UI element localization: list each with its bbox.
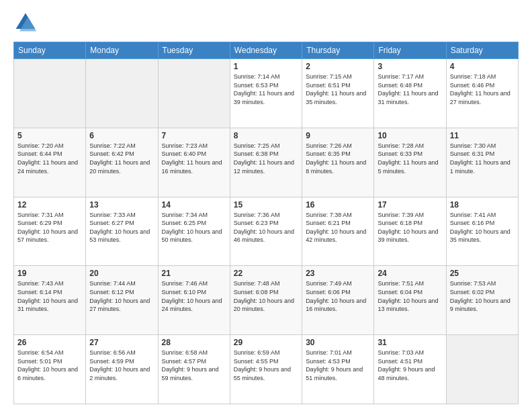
day-number: 13: [89, 200, 154, 210]
day-number: 21: [162, 269, 226, 278]
day-cell: 2Sunrise: 7:15 AM Sunset: 6:51 PM Daylig…: [302, 59, 374, 128]
day-info: Sunrise: 7:20 AM Sunset: 6:44 PM Dayligh…: [17, 142, 82, 175]
day-number: 20: [89, 269, 154, 278]
day-info: Sunrise: 7:34 AM Sunset: 6:25 PM Dayligh…: [162, 211, 226, 244]
day-cell: [158, 59, 230, 128]
day-cell: [14, 59, 86, 128]
day-info: Sunrise: 7:15 AM Sunset: 6:51 PM Dayligh…: [306, 73, 370, 106]
day-number: 8: [234, 131, 298, 140]
day-info: Sunrise: 7:03 AM Sunset: 4:51 PM Dayligh…: [378, 349, 442, 382]
day-cell: 17Sunrise: 7:39 AM Sunset: 6:18 PM Dayli…: [374, 197, 446, 266]
day-number: 11: [450, 131, 515, 140]
day-cell: 12Sunrise: 7:31 AM Sunset: 6:29 PM Dayli…: [14, 197, 86, 266]
day-number: 29: [234, 338, 298, 347]
day-info: Sunrise: 7:17 AM Sunset: 6:48 PM Dayligh…: [378, 73, 442, 106]
day-cell: 29Sunrise: 6:59 AM Sunset: 4:55 PM Dayli…: [230, 335, 302, 404]
day-info: Sunrise: 7:33 AM Sunset: 6:27 PM Dayligh…: [89, 211, 154, 244]
day-info: Sunrise: 7:36 AM Sunset: 6:23 PM Dayligh…: [234, 211, 298, 244]
day-number: 23: [306, 269, 370, 278]
day-cell: 8Sunrise: 7:25 AM Sunset: 6:38 PM Daylig…: [230, 128, 302, 197]
day-cell: 5Sunrise: 7:20 AM Sunset: 6:44 PM Daylig…: [14, 128, 86, 197]
day-cell: 20Sunrise: 7:44 AM Sunset: 6:12 PM Dayli…: [86, 266, 158, 335]
day-info: Sunrise: 7:23 AM Sunset: 6:40 PM Dayligh…: [162, 142, 226, 175]
day-info: Sunrise: 6:56 AM Sunset: 4:59 PM Dayligh…: [89, 349, 154, 382]
week-row-0: 1Sunrise: 7:14 AM Sunset: 6:53 PM Daylig…: [14, 59, 519, 128]
day-info: Sunrise: 7:30 AM Sunset: 6:31 PM Dayligh…: [450, 142, 515, 175]
day-cell: [86, 59, 158, 128]
day-cell: 22Sunrise: 7:48 AM Sunset: 6:08 PM Dayli…: [230, 266, 302, 335]
day-info: Sunrise: 7:22 AM Sunset: 6:42 PM Dayligh…: [89, 142, 154, 175]
day-cell: 16Sunrise: 7:38 AM Sunset: 6:21 PM Dayli…: [302, 197, 374, 266]
day-cell: 10Sunrise: 7:28 AM Sunset: 6:33 PM Dayli…: [374, 128, 446, 197]
day-info: Sunrise: 7:43 AM Sunset: 6:14 PM Dayligh…: [17, 279, 82, 313]
day-info: Sunrise: 7:18 AM Sunset: 6:46 PM Dayligh…: [450, 73, 515, 106]
calendar-table: SundayMondayTuesdayWednesdayThursdayFrid…: [13, 42, 519, 404]
day-number: 9: [306, 131, 370, 140]
day-info: Sunrise: 7:28 AM Sunset: 6:33 PM Dayligh…: [378, 142, 442, 175]
day-number: 31: [378, 338, 442, 347]
day-number: 22: [234, 269, 298, 278]
day-cell: 1Sunrise: 7:14 AM Sunset: 6:53 PM Daylig…: [230, 59, 302, 128]
day-info: Sunrise: 7:39 AM Sunset: 6:18 PM Dayligh…: [378, 211, 442, 244]
day-number: 18: [450, 200, 515, 210]
day-number: 6: [89, 131, 154, 140]
day-number: 1: [234, 62, 298, 71]
day-number: 15: [234, 200, 298, 210]
day-info: Sunrise: 6:59 AM Sunset: 4:55 PM Dayligh…: [234, 349, 298, 382]
col-header-saturday: Saturday: [446, 42, 518, 59]
day-number: 30: [306, 338, 370, 347]
day-cell: 15Sunrise: 7:36 AM Sunset: 6:23 PM Dayli…: [230, 197, 302, 266]
day-number: 28: [162, 338, 226, 347]
day-number: 26: [17, 338, 82, 347]
day-info: Sunrise: 7:46 AM Sunset: 6:10 PM Dayligh…: [162, 279, 226, 313]
day-cell: 31Sunrise: 7:03 AM Sunset: 4:51 PM Dayli…: [374, 335, 446, 404]
day-info: Sunrise: 7:01 AM Sunset: 4:53 PM Dayligh…: [306, 349, 370, 382]
day-number: 19: [17, 269, 82, 278]
day-cell: 23Sunrise: 7:49 AM Sunset: 6:06 PM Dayli…: [302, 266, 374, 335]
day-cell: 28Sunrise: 6:58 AM Sunset: 4:57 PM Dayli…: [158, 335, 230, 404]
day-number: 27: [89, 338, 154, 347]
day-number: 3: [378, 62, 442, 71]
col-header-wednesday: Wednesday: [230, 42, 302, 59]
day-info: Sunrise: 6:54 AM Sunset: 5:01 PM Dayligh…: [17, 349, 82, 382]
day-number: 25: [450, 269, 515, 278]
day-info: Sunrise: 7:38 AM Sunset: 6:21 PM Dayligh…: [306, 211, 370, 244]
page: SundayMondayTuesdayWednesdayThursdayFrid…: [0, 0, 532, 411]
day-info: Sunrise: 7:51 AM Sunset: 6:04 PM Dayligh…: [378, 279, 442, 313]
day-info: Sunrise: 7:48 AM Sunset: 6:08 PM Dayligh…: [234, 279, 298, 313]
day-number: 24: [378, 269, 442, 278]
logo-icon: [13, 11, 38, 35]
day-cell: 11Sunrise: 7:30 AM Sunset: 6:31 PM Dayli…: [446, 128, 518, 197]
day-number: 10: [378, 131, 442, 140]
col-header-tuesday: Tuesday: [158, 42, 230, 59]
day-cell: 30Sunrise: 7:01 AM Sunset: 4:53 PM Dayli…: [302, 335, 374, 404]
day-info: Sunrise: 7:49 AM Sunset: 6:06 PM Dayligh…: [306, 279, 370, 313]
day-number: 16: [306, 200, 370, 210]
col-header-sunday: Sunday: [14, 42, 86, 59]
week-row-1: 5Sunrise: 7:20 AM Sunset: 6:44 PM Daylig…: [14, 128, 519, 197]
day-info: Sunrise: 7:31 AM Sunset: 6:29 PM Dayligh…: [17, 211, 82, 244]
week-row-4: 26Sunrise: 6:54 AM Sunset: 5:01 PM Dayli…: [14, 335, 519, 404]
day-cell: [446, 335, 518, 404]
day-cell: 13Sunrise: 7:33 AM Sunset: 6:27 PM Dayli…: [86, 197, 158, 266]
col-header-monday: Monday: [86, 42, 158, 59]
day-cell: 6Sunrise: 7:22 AM Sunset: 6:42 PM Daylig…: [86, 128, 158, 197]
day-info: Sunrise: 6:58 AM Sunset: 4:57 PM Dayligh…: [162, 349, 226, 382]
day-cell: 9Sunrise: 7:26 AM Sunset: 6:35 PM Daylig…: [302, 128, 374, 197]
day-info: Sunrise: 7:14 AM Sunset: 6:53 PM Dayligh…: [234, 73, 298, 106]
day-cell: 4Sunrise: 7:18 AM Sunset: 6:46 PM Daylig…: [446, 59, 518, 128]
logo: [13, 11, 40, 35]
week-row-2: 12Sunrise: 7:31 AM Sunset: 6:29 PM Dayli…: [14, 197, 519, 266]
day-cell: 27Sunrise: 6:56 AM Sunset: 4:59 PM Dayli…: [86, 335, 158, 404]
day-info: Sunrise: 7:25 AM Sunset: 6:38 PM Dayligh…: [234, 142, 298, 175]
col-header-friday: Friday: [374, 42, 446, 59]
col-header-thursday: Thursday: [302, 42, 374, 59]
day-cell: 24Sunrise: 7:51 AM Sunset: 6:04 PM Dayli…: [374, 266, 446, 335]
day-number: 5: [17, 131, 82, 140]
day-number: 2: [306, 62, 370, 71]
day-number: 7: [162, 131, 226, 140]
day-info: Sunrise: 7:44 AM Sunset: 6:12 PM Dayligh…: [89, 279, 154, 313]
day-number: 17: [378, 200, 442, 210]
day-cell: 7Sunrise: 7:23 AM Sunset: 6:40 PM Daylig…: [158, 128, 230, 197]
day-cell: 3Sunrise: 7:17 AM Sunset: 6:48 PM Daylig…: [374, 59, 446, 128]
